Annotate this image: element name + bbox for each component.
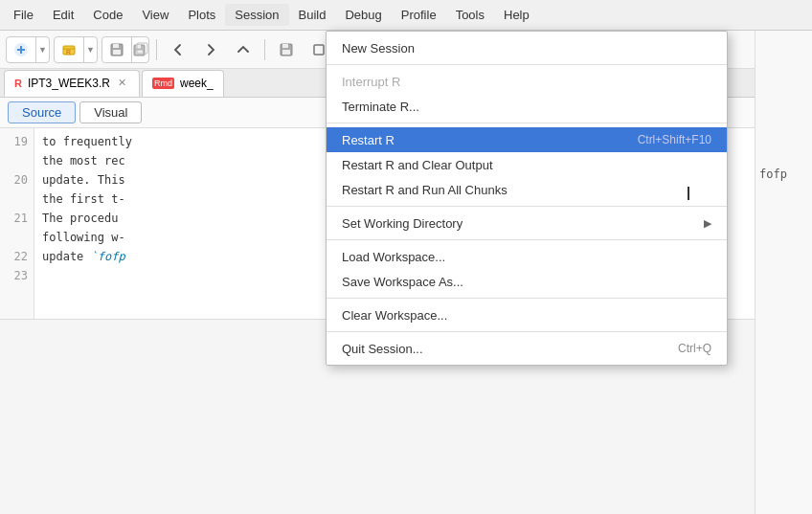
- menu-quit-session-shortcut: Ctrl+Q: [678, 342, 711, 355]
- menu-clear-workspace[interactable]: Clear Workspace...: [327, 302, 727, 327]
- svg-rect-15: [314, 45, 324, 55]
- line-num-23: 23: [0, 266, 28, 285]
- menu-clear-workspace-label: Clear Workspace...: [342, 308, 447, 323]
- line-num-blank3: [0, 228, 28, 247]
- menu-set-working-dir-label: Set Working Directory: [342, 216, 462, 231]
- tab-ipt3-label: IPT3_WEEK3.R: [28, 77, 110, 90]
- menu-file[interactable]: File: [4, 4, 43, 26]
- separator-2: [264, 39, 265, 60]
- nav-forward-button[interactable]: [196, 36, 225, 63]
- new-file-dropdown[interactable]: ▼: [35, 36, 49, 63]
- menu-quit-session[interactable]: Quit Session... Ctrl+Q: [327, 336, 727, 361]
- menu-quit-session-label: Quit Session...: [342, 342, 423, 356]
- menu-restart-r[interactable]: Restart R Ctrl+Shift+F10: [327, 127, 727, 152]
- menu-profile[interactable]: Profile: [392, 4, 446, 26]
- source-button[interactable]: Source: [8, 101, 76, 123]
- open-file-group: R ▼: [54, 36, 98, 63]
- menu-new-session[interactable]: New Session: [327, 35, 727, 60]
- separator-after-new-session: [327, 64, 727, 65]
- menu-set-working-dir[interactable]: Set Working Directory ▶: [327, 211, 727, 235]
- menubar: File Edit Code View Plots Session Build …: [0, 0, 812, 31]
- nav-up-button[interactable]: [229, 36, 258, 63]
- menu-terminate-r-label: Terminate R...: [342, 100, 419, 114]
- menu-restart-r-shortcut: Ctrl+Shift+F10: [638, 133, 711, 146]
- line-num-blank1: [0, 151, 28, 170]
- menu-edit[interactable]: Edit: [43, 4, 83, 26]
- line-num-22: 22: [0, 247, 28, 266]
- svg-text:R: R: [66, 49, 71, 56]
- tab-r-icon: R: [14, 78, 22, 89]
- open-file-dropdown[interactable]: ▼: [83, 36, 97, 63]
- right-panel-strip: fofp: [755, 31, 812, 514]
- nav-back-button[interactable]: [164, 36, 192, 63]
- menu-save-workspace-label: Save Workspace As...: [342, 275, 463, 289]
- menu-load-workspace-label: Load Workspace...: [342, 250, 445, 264]
- menu-view[interactable]: View: [132, 4, 178, 26]
- line-num-blank2: [0, 190, 28, 209]
- menu-restart-r-label: Restart R: [342, 133, 395, 147]
- menu-restart-clear[interactable]: Restart R and Clear Output: [327, 152, 727, 177]
- line-num-20: 20: [0, 170, 28, 190]
- menu-restart-run-all[interactable]: Restart R and Run All Chunks: [327, 177, 727, 202]
- new-file-group: ▼: [6, 36, 50, 63]
- open-file-button[interactable]: R: [55, 36, 83, 63]
- svg-rect-6: [113, 44, 119, 48]
- save-all-button[interactable]: [131, 36, 148, 63]
- separator-before-workdir: [327, 206, 727, 207]
- menu-save-workspace[interactable]: Save Workspace As...: [327, 269, 727, 294]
- menu-debug[interactable]: Debug: [335, 4, 391, 26]
- line-num-19: 19: [0, 132, 28, 151]
- separator-before-workspace: [327, 239, 727, 240]
- tab-week[interactable]: Rmd week_: [142, 70, 224, 97]
- menu-load-workspace[interactable]: Load Workspace...: [327, 244, 727, 269]
- save-single-button[interactable]: [272, 36, 301, 63]
- session-dropdown-menu: New Session Interrupt R Terminate R... R…: [326, 31, 728, 366]
- line-num-21: 21: [0, 209, 28, 228]
- menu-restart-clear-label: Restart R and Clear Output: [342, 158, 493, 172]
- code-backtick: `fofp: [91, 250, 125, 263]
- tab-ipt3-close[interactable]: ✕: [116, 77, 129, 90]
- menu-code[interactable]: Code: [83, 4, 132, 26]
- menu-help[interactable]: Help: [494, 4, 539, 26]
- right-text-fofp: fofp: [759, 165, 787, 184]
- menu-terminate-r[interactable]: Terminate R...: [327, 94, 727, 119]
- separator-before-quit: [327, 331, 727, 332]
- tab-rmd-icon: Rmd: [152, 78, 174, 89]
- svg-rect-13: [282, 44, 288, 48]
- menu-interrupt-r-label: Interrupt R: [342, 75, 400, 89]
- editor-gutter: 19 20 21 22 23: [0, 128, 34, 319]
- menu-restart-run-all-label: Restart R and Run All Chunks: [342, 183, 508, 197]
- menu-build[interactable]: Build: [289, 4, 336, 26]
- separator-before-restart: [327, 123, 727, 123]
- new-file-button[interactable]: [7, 36, 35, 63]
- menu-interrupt-r: Interrupt R: [327, 69, 727, 94]
- separator-1: [156, 39, 157, 60]
- visual-button[interactable]: Visual: [79, 101, 142, 123]
- save-button[interactable]: [102, 36, 131, 63]
- separator-before-clear-workspace: [327, 298, 727, 299]
- save-group: [102, 36, 149, 63]
- menu-new-session-label: New Session: [342, 41, 415, 56]
- submenu-arrow-icon: ▶: [704, 217, 711, 230]
- tab-week-label: week_: [180, 77, 214, 90]
- menu-plots[interactable]: Plots: [178, 4, 225, 26]
- svg-rect-14: [282, 50, 290, 55]
- svg-rect-7: [113, 50, 121, 55]
- menu-tools[interactable]: Tools: [446, 4, 494, 26]
- tab-ipt3[interactable]: R IPT3_WEEK3.R ✕: [4, 70, 140, 97]
- menu-session[interactable]: Session: [225, 4, 288, 26]
